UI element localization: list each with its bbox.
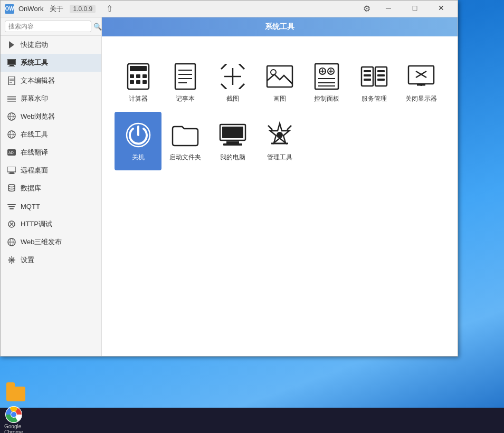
tool-close-display[interactable]: 关闭显示器 bbox=[398, 53, 445, 112]
http-debug-icon bbox=[7, 219, 16, 229]
notepad-icon bbox=[170, 62, 200, 91]
svg-rect-3 bbox=[9, 65, 14, 66]
control-panel-label: 控制面板 bbox=[314, 94, 339, 103]
svg-point-54 bbox=[271, 70, 276, 75]
shutdown-label: 关机 bbox=[132, 153, 145, 162]
tool-image[interactable]: 画图 bbox=[256, 53, 303, 112]
notepad-label: 记事本 bbox=[176, 94, 195, 103]
tool-shutdown[interactable]: 关机 bbox=[115, 112, 161, 170]
svg-rect-4 bbox=[8, 66, 15, 66]
database-icon bbox=[7, 184, 16, 193]
tool-services[interactable]: 服务管理 bbox=[350, 53, 397, 112]
tool-management[interactable]: 管理工具 bbox=[256, 112, 303, 170]
title-bar-left: OW OnWork 关于 1.0.0.9 ⇧ bbox=[5, 2, 117, 16]
startup-folder-label: 启动文件夹 bbox=[169, 153, 201, 162]
svg-rect-22 bbox=[9, 172, 14, 174]
control-panel-icon bbox=[312, 62, 341, 91]
settings-nav-icon bbox=[7, 255, 16, 265]
quick-launch-icon bbox=[7, 40, 16, 50]
svg-line-47 bbox=[221, 64, 226, 69]
tool-control-panel[interactable]: 控制面板 bbox=[303, 53, 350, 112]
sidebar-item-text-editor[interactable]: 文本编辑器 bbox=[1, 72, 101, 90]
svg-text:AD: AD bbox=[8, 151, 14, 155]
svg-rect-40 bbox=[136, 80, 140, 84]
close-button[interactable]: ✕ bbox=[429, 2, 453, 14]
svg-point-24 bbox=[8, 185, 15, 187]
app-window: OW OnWork 关于 1.0.0.9 ⇧ ⚙ ─ □ ✕ bbox=[0, 0, 458, 357]
svg-line-49 bbox=[221, 84, 226, 89]
sidebar-item-remote-desktop[interactable]: 远程桌面 bbox=[1, 161, 101, 179]
maximize-button[interactable]: □ bbox=[403, 2, 427, 14]
folder-shape bbox=[6, 387, 25, 401]
sidebar-item-watermark[interactable]: 屏幕水印 bbox=[1, 90, 101, 108]
watermark-icon bbox=[7, 94, 16, 103]
svg-rect-25 bbox=[7, 204, 16, 205]
svg-rect-70 bbox=[377, 70, 385, 72]
tool-screenshot[interactable]: 截图 bbox=[209, 53, 256, 112]
online-tools-icon bbox=[7, 130, 16, 139]
tool-notepad[interactable]: 记事本 bbox=[161, 53, 208, 112]
settings-icon-btn[interactable]: ⚙ bbox=[359, 2, 374, 16]
chrome-taskbar-icon bbox=[5, 406, 22, 423]
menu-app-name[interactable]: OnWork bbox=[18, 5, 43, 13]
title-bar-controls: ⚙ ─ □ ✕ bbox=[359, 2, 453, 16]
sidebar-item-system-tools[interactable]: 系统工具 bbox=[1, 54, 101, 72]
svg-rect-39 bbox=[130, 80, 134, 84]
sidebar-item-http-debug[interactable]: HTTP调试 bbox=[1, 215, 101, 233]
svg-line-48 bbox=[239, 64, 244, 69]
sidebar-item-database[interactable]: 数据库 bbox=[1, 179, 101, 197]
sidebar-item-web3d[interactable]: Web三维发布 bbox=[1, 233, 101, 251]
services-icon bbox=[359, 62, 389, 91]
title-bar: OW OnWork 关于 1.0.0.9 ⇧ ⚙ ─ □ ✕ bbox=[1, 1, 458, 17]
content-body: 计算器 记事本 bbox=[102, 36, 458, 356]
screenshot-label: 截图 bbox=[226, 94, 239, 103]
sidebar-item-online-tools[interactable]: 在线工具 bbox=[1, 126, 101, 143]
image-icon bbox=[265, 62, 294, 91]
my-computer-label: 我的电脑 bbox=[220, 153, 245, 162]
svg-rect-2 bbox=[8, 60, 15, 64]
search-input[interactable] bbox=[5, 21, 91, 32]
screenshot-icon bbox=[218, 62, 248, 91]
svg-rect-67 bbox=[364, 74, 371, 76]
mqtt-icon bbox=[7, 201, 16, 211]
search-icon[interactable]: 🔍 bbox=[93, 21, 102, 32]
taskbar-chrome[interactable]: GoogleChrome bbox=[0, 405, 27, 434]
menu-about[interactable]: 关于 bbox=[50, 4, 63, 14]
desktop-folder-icon[interactable] bbox=[6, 387, 25, 401]
svg-rect-38 bbox=[142, 74, 147, 78]
app-logo: OW bbox=[5, 4, 14, 14]
tools-grid: 计算器 记事本 bbox=[115, 53, 445, 170]
version-badge: 1.0.0.9 bbox=[70, 5, 96, 13]
management-label: 管理工具 bbox=[267, 153, 292, 162]
svg-rect-53 bbox=[267, 66, 292, 87]
chrome-taskbar-label: GoogleChrome bbox=[4, 424, 23, 434]
tool-my-computer[interactable]: 我的电脑 bbox=[209, 112, 256, 170]
svg-marker-0 bbox=[9, 41, 14, 49]
svg-rect-42 bbox=[175, 64, 195, 89]
tool-startup-folder[interactable]: 启动文件夹 bbox=[161, 112, 208, 170]
svg-point-90 bbox=[11, 412, 16, 417]
remote-desktop-icon bbox=[7, 166, 16, 175]
svg-line-85 bbox=[287, 126, 291, 130]
upload-icon[interactable]: ⇧ bbox=[102, 2, 117, 16]
tool-calculator[interactable]: 计算器 bbox=[115, 53, 161, 112]
content-header: 系统工具 bbox=[102, 17, 458, 36]
sidebar-item-translate[interactable]: AD 在线翻译 bbox=[1, 143, 101, 161]
svg-rect-37 bbox=[136, 74, 140, 78]
sidebar-item-settings[interactable]: 设置 bbox=[1, 251, 101, 269]
sidebar-nav: 快捷启动 系统工具 文本编辑器 bbox=[1, 36, 101, 356]
svg-line-86 bbox=[268, 126, 272, 130]
svg-rect-27 bbox=[9, 208, 14, 209]
search-bar: 🔍 < bbox=[1, 17, 101, 36]
app-body: 🔍 < 快捷启动 bbox=[1, 17, 458, 356]
svg-rect-21 bbox=[7, 167, 16, 172]
sidebar-item-mqtt[interactable]: MQTT bbox=[1, 197, 101, 215]
svg-rect-80 bbox=[222, 127, 243, 138]
title-bar-menu: OnWork 关于 1.0.0.9 ⇧ bbox=[18, 2, 117, 16]
services-label: 服务管理 bbox=[362, 94, 387, 103]
minimize-button[interactable]: ─ bbox=[376, 2, 401, 14]
sidebar-item-browser[interactable]: Web浏览器 bbox=[1, 108, 101, 126]
sidebar-item-quick-launch[interactable]: 快捷启动 bbox=[1, 36, 101, 54]
close-display-label: 关闭显示器 bbox=[405, 94, 437, 103]
sidebar: 🔍 < 快捷启动 bbox=[1, 17, 102, 356]
